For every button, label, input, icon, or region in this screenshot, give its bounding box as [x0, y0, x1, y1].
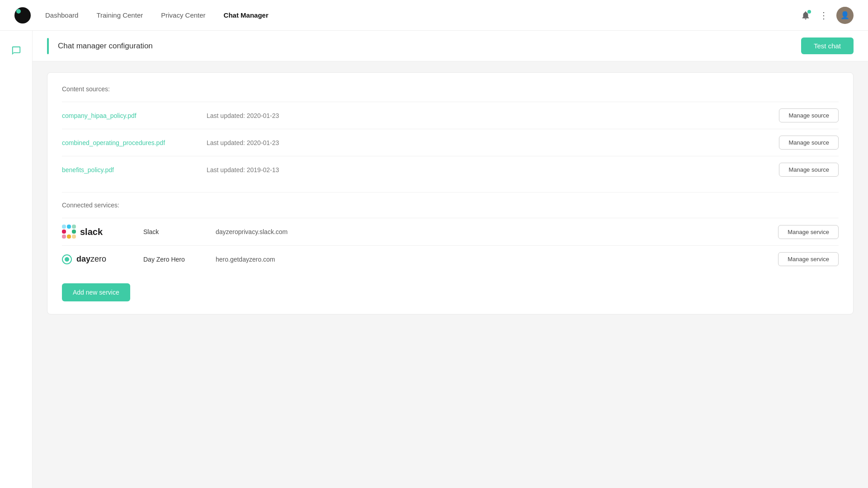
add-new-service-button[interactable]: Add new service — [62, 283, 130, 301]
service-row-dayzero: dayzero Day Zero Hero hero.getdayzero.co… — [62, 245, 839, 272]
test-chat-button[interactable]: Test chat — [801, 38, 854, 54]
page-header-left: Chat manager configuration — [47, 38, 153, 54]
nav-links: Dashboard Training Center Privacy Center… — [45, 11, 799, 19]
connected-services-label: Connected services: — [62, 202, 839, 209]
service-row-slack: slack Slack dayzeroprivacy.slack.com Man… — [62, 218, 839, 245]
svg-rect-4 — [62, 225, 66, 229]
nav-training-center[interactable]: Training Center — [96, 11, 143, 19]
sidebar — [0, 31, 33, 488]
app-logo[interactable] — [14, 7, 31, 23]
content-area: Content sources: company_hipaa_policy.pd… — [33, 61, 868, 325]
svg-rect-2 — [72, 230, 76, 234]
nav-dashboard[interactable]: Dashboard — [45, 11, 78, 19]
service-url-dayzero: hero.getdayzero.com — [216, 256, 778, 263]
manage-source-button-2[interactable]: Manage source — [779, 136, 839, 150]
svg-rect-3 — [67, 235, 71, 239]
source-link-2[interactable]: combined_operating_procedures.pdf — [62, 139, 207, 146]
manage-service-button-slack[interactable]: Manage service — [778, 225, 839, 239]
sidebar-chat-icon[interactable] — [7, 42, 25, 60]
dayzero-logo: dayzero — [62, 254, 143, 264]
source-date-2: Last updated: 2020-01-23 — [207, 139, 779, 146]
manage-source-button-3[interactable]: Manage source — [779, 163, 839, 177]
source-row-2: combined_operating_procedures.pdf Last u… — [62, 129, 839, 156]
svg-rect-0 — [62, 230, 66, 234]
source-date-1: Last updated: 2020-01-23 — [207, 112, 779, 119]
service-name-dayzero: Day Zero Hero — [143, 256, 216, 263]
svg-rect-5 — [72, 225, 76, 229]
slack-wordmark: slack — [80, 227, 103, 237]
chat-bubble-icon — [11, 46, 21, 56]
notifications-bell[interactable] — [799, 9, 812, 22]
dayzero-wordmark: dayzero — [76, 254, 106, 264]
svg-rect-7 — [72, 235, 76, 239]
slack-logo: slack — [62, 225, 143, 239]
source-date-3: Last updated: 2019-02-13 — [207, 166, 779, 174]
manage-service-button-dayzero[interactable]: Manage service — [778, 252, 839, 266]
manage-source-button-1[interactable]: Manage source — [779, 108, 839, 122]
user-avatar[interactable]: 👤 — [836, 7, 854, 24]
source-link-1[interactable]: company_hipaa_policy.pdf — [62, 112, 207, 119]
dayzero-brand-icon — [62, 254, 72, 264]
svg-rect-6 — [62, 235, 66, 239]
page-title: Chat manager configuration — [58, 42, 153, 51]
navbar-right: ⋮ 👤 — [799, 7, 854, 24]
slack-icon — [62, 225, 76, 239]
notification-dot — [807, 10, 811, 14]
section-divider — [62, 192, 839, 192]
svg-rect-1 — [67, 225, 71, 229]
service-name-slack: Slack — [143, 228, 216, 235]
more-options-button[interactable]: ⋮ — [819, 10, 829, 21]
svg-point-9 — [65, 257, 69, 262]
source-link-3[interactable]: benefits_policy.pdf — [62, 166, 207, 174]
config-card: Content sources: company_hipaa_policy.pd… — [47, 72, 854, 314]
app-layout: Chat manager configuration Test chat Con… — [0, 31, 868, 488]
header-accent-bar — [47, 38, 49, 54]
page-header: Chat manager configuration Test chat — [33, 31, 868, 61]
service-url-slack: dayzeroprivacy.slack.com — [216, 228, 778, 235]
navbar: Dashboard Training Center Privacy Center… — [0, 0, 868, 31]
source-row-1: company_hipaa_policy.pdf Last updated: 2… — [62, 102, 839, 129]
nav-chat-manager[interactable]: Chat Manager — [224, 11, 269, 19]
nav-privacy-center[interactable]: Privacy Center — [161, 11, 205, 19]
content-sources-label: Content sources: — [62, 85, 839, 93]
main-content: Chat manager configuration Test chat Con… — [33, 31, 868, 488]
source-row-3: benefits_policy.pdf Last updated: 2019-0… — [62, 156, 839, 183]
